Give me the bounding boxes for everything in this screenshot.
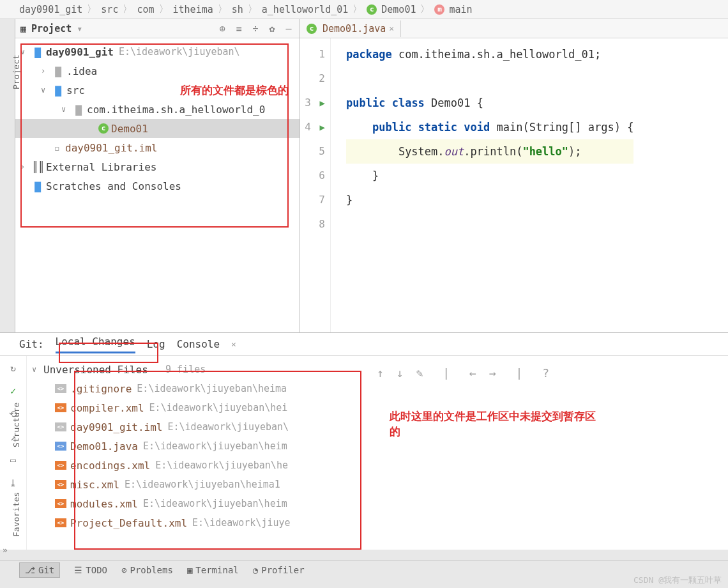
file-row[interactable]: <>Project_Default.xmlE:\ideawork\jiuye (27, 513, 364, 532)
chevron-down-icon[interactable]: ∨ (20, 47, 32, 56)
tree-root[interactable]: ∨▇day0901_gitE:\ideawork\jiuyeban\ (15, 42, 300, 61)
tree-label: External Libraries (46, 161, 156, 173)
tree-item-scratches[interactable]: ▇Scratches and Consoles (15, 176, 300, 196)
line-number: 1 (300, 42, 325, 66)
class-icon: c (98, 123, 109, 134)
run-icon[interactable]: ▶ (317, 98, 325, 108)
file-row[interactable]: <>encodings.xmlE:\ideawork\jiuyeban\he (27, 456, 364, 475)
tab-label: Demo01.java (322, 23, 386, 35)
terminal-icon: ▣ (187, 565, 192, 575)
bottom-toolbar: ⎇Git ☰TODO ⊘Problems ▣Terminal ◔Profiler (0, 560, 728, 579)
run-icon[interactable]: ▶ (317, 122, 325, 132)
chevron-right-icon[interactable]: › (41, 66, 52, 75)
file-row[interactable]: <>misc.xmlE:\ideawork\jiuyeban\heima1 (27, 475, 364, 494)
git-tab-local-changes[interactable]: Local Changes (56, 336, 135, 353)
sort-icon[interactable]: ≡ (233, 23, 245, 35)
gear-icon[interactable]: ✿ (266, 23, 278, 35)
bottom-tab-git[interactable]: ⎇Git (19, 562, 60, 578)
library-icon: ║║ (32, 161, 43, 173)
file-row[interactable]: <>modules.xmlE:\ideawork\jiuyeban\heim (27, 494, 364, 513)
class-icon: c (367, 4, 377, 15)
file-name: day0901_git.iml (70, 421, 163, 433)
file-type-icon: <> (55, 403, 66, 412)
tree-label: com.itheima.sh.a_helloworld_0 (87, 104, 265, 116)
up-icon[interactable]: ↑ (377, 366, 384, 380)
bottom-tab-profiler[interactable]: ◔Profiler (253, 565, 305, 575)
close-icon[interactable]: × (231, 339, 236, 349)
chevron-right-icon: 〉 (84, 3, 99, 15)
collapse-icon[interactable]: » (3, 545, 8, 555)
warning-icon: ⊘ (121, 565, 126, 575)
chevron-right-icon: 〉 (215, 3, 230, 15)
bottom-tab-todo[interactable]: ☰TODO (74, 565, 107, 575)
scratches-icon: ▇ (32, 180, 43, 192)
chevron-down-icon[interactable]: ∨ (41, 86, 52, 95)
breadcrumb-class[interactable]: Demo01 (381, 4, 416, 15)
tree-label: .idea (66, 65, 97, 77)
folder-icon: ▇ (52, 65, 64, 77)
tree-item-package[interactable]: ∨▇com.itheima.sh.a_helloworld_0 (15, 100, 300, 119)
back-icon[interactable]: ← (469, 366, 476, 380)
down-icon[interactable]: ↓ (397, 366, 404, 380)
file-icon: ▫ (51, 142, 63, 154)
git-tab-log[interactable]: Log (147, 338, 165, 350)
hide-icon[interactable]: — (283, 23, 294, 35)
breadcrumb-item[interactable]: sh (232, 4, 243, 15)
annotation-text: 此时这里的文件是工作区中未提交到暂存区的 (390, 409, 600, 440)
line-number: 3 ▶ (300, 91, 325, 115)
commit-icon[interactable]: ✓ (10, 385, 16, 397)
project-panel: ▦ Project ▾ ⊕ ≡ ÷ ✿ — ∨▇day0901_gitE:\id… (15, 19, 300, 332)
file-type-icon: <> (55, 384, 66, 393)
tree-item-ext-lib[interactable]: ›║║External Libraries (15, 157, 300, 176)
download-icon[interactable]: ⤓ (9, 477, 17, 489)
method-icon: m (434, 4, 444, 15)
group-label: Unversioned Files (43, 364, 148, 376)
changes-group[interactable]: ∨ Unversioned Files 9 files (27, 360, 364, 379)
bottom-tab-problems[interactable]: ⊘Problems (121, 565, 173, 575)
file-path: E:\ideawork\jiuyeban\ (163, 421, 289, 433)
tree-item-idea[interactable]: ›▇.idea (15, 61, 300, 81)
file-row[interactable]: <>compiler.xmlE:\ideawork\jiuyeban\hei (27, 398, 364, 417)
todo-icon: ☰ (74, 565, 82, 575)
file-row[interactable]: <>.gitignoreE:\ideawork\jiuyeban\heima (27, 379, 364, 398)
changes-list: ∨ Unversioned Files 9 files <>.gitignore… (27, 356, 364, 550)
changelist-icon[interactable]: ▭ (10, 454, 16, 466)
code-content[interactable]: package com.itheima.sh.a_helloworld_01; … (331, 38, 633, 332)
annotation-text: 所有的文件都是棕色的 (180, 83, 289, 98)
forward-icon[interactable]: → (489, 366, 496, 380)
breadcrumb-item[interactable]: com (137, 4, 154, 15)
dropdown-icon[interactable]: ▾ (77, 23, 82, 35)
code-editor[interactable]: 1 2 3 ▶ 4 ▶ 5 6 7 8 package com.itheima.… (300, 38, 728, 332)
breadcrumb-item[interactable]: a_helloworld_01 (262, 4, 348, 15)
chevron-down-icon[interactable]: ∨ (32, 365, 43, 374)
tree-item-demo[interactable]: cDemo01 (15, 119, 300, 138)
refresh-icon[interactable]: ↻ (10, 362, 16, 374)
breadcrumb-item[interactable]: day0901_git (19, 4, 82, 15)
file-row[interactable]: <>day0901_git.imlE:\ideawork\jiuyeban\ (27, 417, 364, 437)
target-icon[interactable]: ⊕ (216, 23, 228, 35)
chevron-down-icon[interactable]: ∨ (61, 105, 73, 114)
editor-tab[interactable]: c Demo01.java × (300, 20, 401, 37)
breadcrumb-item[interactable]: itheima (173, 4, 213, 15)
file-name: misc.xml (70, 479, 119, 491)
file-row[interactable]: <>Demo01.javaE:\ideawork\jiuyeban\heim (27, 437, 364, 456)
chevron-right-icon[interactable]: › (20, 162, 32, 171)
file-type-icon: <> (55, 461, 66, 470)
file-path: E:\ideawork\jiuyeban\hei (144, 402, 288, 414)
chevron-right-icon: 〉 (245, 3, 260, 15)
breadcrumb-item[interactable]: src (101, 4, 118, 15)
chevron-right-icon: 〉 (156, 3, 171, 15)
sidebar-tab-favorites[interactable]: Favorites (11, 492, 21, 537)
tree-item-iml[interactable]: ▫day0901_git.iml (15, 138, 300, 157)
help-icon[interactable]: ? (542, 366, 549, 380)
project-panel-title: Project (31, 23, 72, 35)
breadcrumb-method[interactable]: main (449, 4, 472, 15)
close-icon[interactable]: × (389, 24, 394, 33)
tree-label: src (66, 84, 85, 97)
sidebar-tab-structure[interactable]: Structure (11, 403, 21, 447)
filter-icon[interactable]: ÷ (250, 23, 261, 35)
edit-icon[interactable]: ✎ (416, 366, 423, 380)
git-tab-console[interactable]: Console (177, 338, 220, 350)
editor-area: c Demo01.java × 1 2 3 ▶ 4 ▶ 5 6 7 8 pack… (300, 19, 728, 332)
bottom-tab-terminal[interactable]: ▣Terminal (187, 565, 239, 575)
